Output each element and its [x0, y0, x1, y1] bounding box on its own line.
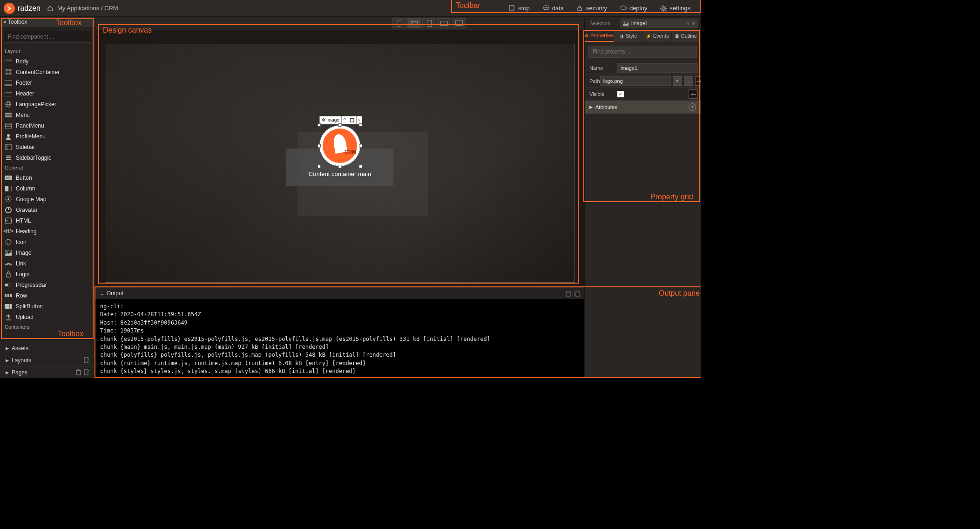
component-profilemenu[interactable]: ProfileMenu [0, 131, 95, 142]
security-button[interactable]: security [570, 0, 614, 17]
device-phone-portrait[interactable] [392, 18, 406, 28]
breadcrumb[interactable]: My Applications / CRM [57, 5, 118, 12]
home-icon[interactable] [47, 5, 55, 12]
component-label: Login [16, 271, 29, 278]
resize-handle[interactable] [359, 144, 362, 147]
resize-handle[interactable] [318, 165, 321, 168]
component-upload[interactable]: Upload [0, 312, 95, 322]
output-header[interactable]: ⌄ Output [95, 288, 584, 299]
component-label: ContentContainer [16, 69, 60, 75]
visible-checkbox[interactable]: ✓ [617, 91, 624, 97]
clear-selection-icon[interactable]: × [687, 20, 689, 26]
resize-handle[interactable] [359, 165, 362, 168]
svg-text:i: i [7, 240, 8, 245]
tab-outline[interactable]: ≣Outline [672, 30, 701, 42]
output-body[interactable]: ng-cli: Date: 2020-04-28T11:39:51.654Z H… [95, 299, 584, 378]
settings-button[interactable]: settings [654, 0, 697, 17]
copy-output-icon[interactable] [574, 291, 580, 297]
component-contentcontainer[interactable]: ContentContainer [0, 67, 95, 77]
svg-rect-61 [411, 21, 418, 25]
component-heading[interactable]: <H/>Heading [0, 226, 95, 237]
tab-events[interactable]: ⚡Events [643, 30, 672, 42]
component-search[interactable] [4, 31, 91, 43]
device-phone-landscape[interactable] [407, 18, 421, 28]
next-button[interactable]: › [357, 116, 362, 124]
prop-attributes[interactable]: ▶ Attributes + [585, 101, 701, 114]
resize-handle[interactable] [359, 123, 362, 127]
data-button[interactable]: data [536, 0, 570, 17]
component-search-input[interactable] [8, 34, 87, 40]
delete-selection-button[interactable] [348, 116, 357, 124]
component-languagepicker[interactable]: LanguagePicker [0, 99, 95, 109]
content-container[interactable]: ✥ Image ^ › [286, 149, 393, 186]
nav-layouts[interactable]: ▶Layouts [0, 354, 95, 366]
component-column[interactable]: Column [0, 183, 95, 194]
new-page-icon[interactable] [84, 369, 89, 376]
output-pane: ⌄ Output ng-cli: Date: 2020-04-28T11:39:… [95, 287, 584, 378]
component-link[interactable]: Link [0, 258, 95, 269]
component-gravatar[interactable]: Gravatar [0, 204, 95, 215]
prop-name: Name [585, 61, 701, 75]
design-canvas[interactable]: ✥ Image ^ › [95, 30, 584, 287]
component-sidebartoggle[interactable]: SidebarToggle [0, 152, 95, 163]
component-sidebar[interactable]: Sidebar [0, 142, 95, 152]
bind-path-button[interactable] [695, 76, 701, 86]
property-tabs: ✿Properties ◑Style ⚡Events ≣Outline [585, 30, 701, 42]
category-containers: Containers [0, 322, 95, 332]
add-attribute-button[interactable]: + [689, 103, 696, 111]
delete-icon[interactable] [76, 369, 81, 376]
clear-path-button[interactable]: × [673, 76, 682, 86]
nav-label: Layouts [12, 357, 31, 364]
sidebar-icon [5, 143, 12, 151]
component-login[interactable]: Login [0, 269, 95, 279]
component-progressbar[interactable]: ProgressBar [0, 279, 95, 290]
logo-image[interactable] [319, 125, 360, 166]
component-row[interactable]: Row [0, 290, 95, 301]
toolbox-header[interactable]: ▾Toolbox [0, 17, 95, 27]
component-button[interactable]: btnButton [0, 172, 95, 183]
component-image[interactable]: Image [0, 247, 95, 258]
selection-dropdown[interactable]: image1 × ▾ [620, 19, 698, 28]
prop-path-input[interactable] [600, 76, 671, 86]
resize-handle[interactable] [318, 123, 321, 127]
resize-handle[interactable] [318, 144, 321, 147]
browse-path-button[interactable]: … [684, 76, 693, 86]
component-header[interactable]: Header [0, 88, 95, 99]
resize-handle[interactable] [338, 123, 342, 127]
svg-point-45 [7, 251, 8, 252]
output-title: Output [107, 290, 123, 297]
tab-properties[interactable]: ✿Properties [585, 30, 614, 42]
deploy-button[interactable]: deploy [614, 0, 654, 17]
component-google-map[interactable]: Google Map [0, 194, 95, 204]
nav-assets[interactable]: ▶Assets [0, 342, 95, 354]
component-icon[interactable]: iIcon [0, 237, 95, 247]
nav-pages[interactable]: ▶Pages [0, 366, 95, 378]
svg-point-29 [7, 134, 10, 137]
prop-name-input[interactable] [617, 63, 698, 73]
property-search-input[interactable] [593, 48, 693, 55]
component-panelmenu[interactable]: PanelMenu [0, 120, 95, 131]
chevron-down-icon[interactable]: ▾ [692, 20, 695, 27]
selected-image[interactable]: ✥ Image ^ › [319, 125, 360, 166]
component-body[interactable]: Body [0, 56, 95, 67]
clear-output-icon[interactable] [566, 291, 571, 297]
move-handle[interactable]: ✥ Image [320, 116, 342, 124]
device-tablet-portrait[interactable] [422, 18, 436, 28]
resize-handle[interactable] [338, 165, 342, 168]
move-up-button[interactable]: ^ [342, 116, 348, 124]
property-search[interactable] [588, 46, 697, 58]
component-label: Google Map [16, 196, 46, 203]
component-label: HTML [16, 217, 31, 224]
tab-style[interactable]: ◑Style [614, 30, 643, 42]
component-menu[interactable]: Menu [0, 109, 95, 120]
google-map-icon [5, 196, 12, 203]
component-footer[interactable]: Footer [0, 77, 95, 88]
bind-visible-button[interactable] [689, 89, 698, 99]
new-layout-icon[interactable] [84, 357, 89, 364]
component-html[interactable]: 5HTML [0, 215, 95, 226]
list-icon: ≣ [675, 34, 679, 39]
device-tablet-landscape[interactable] [437, 18, 451, 28]
component-splitbutton[interactable]: SplitButton [0, 301, 95, 312]
stop-button[interactable]: stop [502, 0, 536, 17]
device-desktop[interactable] [452, 18, 466, 28]
